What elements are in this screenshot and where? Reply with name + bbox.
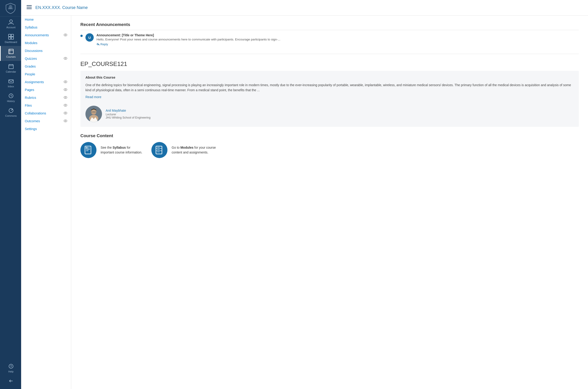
course-nav-pages[interactable]: Pages (21, 86, 71, 94)
collaborations-label: Collaborations (25, 111, 46, 115)
files-eye-icon[interactable] (64, 104, 67, 107)
syllabus-label: Syllabus (25, 26, 37, 29)
svg-line-19 (11, 109, 13, 110)
svg-point-4 (10, 20, 12, 23)
svg-rect-9 (9, 49, 13, 54)
home-label: Home (25, 18, 34, 21)
about-text: One of the defining topics for biomedica… (86, 82, 574, 93)
svg-rect-12 (9, 65, 13, 69)
instructor-role: Lecturer (106, 113, 151, 116)
about-card: About this Course One of the defining to… (80, 71, 579, 127)
global-nav-inbox[interactable]: Inbox (0, 76, 21, 90)
course-nav-collaborations[interactable]: Collaborations (21, 109, 71, 117)
settings-label: Settings (25, 127, 37, 131)
announcements-eye-icon[interactable] (64, 33, 67, 37)
unread-dot (80, 35, 83, 37)
outcomes-eye-icon[interactable] (64, 120, 67, 123)
svg-point-35 (65, 97, 66, 98)
quizzes-eye-icon[interactable] (64, 57, 67, 61)
instructor-row: Anil Maybhate Lecturer JHU Whiting Schoo… (86, 106, 574, 122)
global-nav-calendar[interactable]: Calendar (0, 61, 21, 76)
discussions-label: Discussions (25, 49, 42, 53)
course-nav-modules[interactable]: Modules (21, 39, 71, 47)
read-more-link[interactable]: Read more (86, 95, 101, 99)
people-label: People (25, 72, 35, 76)
svg-point-28 (64, 57, 67, 60)
hamburger-icon[interactable] (27, 5, 32, 10)
assignments-eye-icon[interactable] (64, 80, 67, 84)
account-icon (8, 19, 14, 25)
svg-point-36 (64, 104, 67, 106)
course-nav-discussions[interactable]: Discussions (21, 47, 71, 55)
instructor-name[interactable]: Anil Maybhate (106, 109, 151, 112)
svg-point-30 (64, 81, 67, 83)
dashboard-label: Dashboard (5, 41, 17, 44)
svg-point-26 (64, 34, 67, 36)
syllabus-card-icon[interactable] (80, 142, 96, 158)
rubrics-label: Rubrics (25, 96, 36, 99)
announcement-avatar: U (86, 33, 94, 42)
help-icon: ? (8, 363, 14, 369)
history-icon (8, 93, 14, 99)
commons-label: Commons (5, 114, 17, 117)
svg-rect-7 (8, 37, 11, 39)
global-nav-account[interactable]: Account (0, 17, 21, 31)
course-nav-files[interactable]: Files (21, 101, 71, 109)
announcements-label: Announcements (25, 33, 49, 37)
calendar-label: Calendar (6, 70, 16, 73)
course-nav-announcements[interactable]: Announcements (21, 31, 71, 39)
svg-text:?: ? (10, 365, 12, 368)
global-nav-courses[interactable]: Courses (0, 46, 21, 61)
svg-point-27 (65, 34, 66, 35)
collaborations-eye-icon[interactable] (64, 112, 67, 115)
course-nav-quizzes[interactable]: Quizzes (21, 55, 71, 63)
svg-point-32 (64, 89, 67, 91)
course-nav-people[interactable]: People (21, 70, 71, 78)
global-nav-commons[interactable]: Commons (0, 105, 21, 120)
course-nav-syllabus[interactable]: Syllabus (21, 23, 71, 31)
syllabus-card: See the Syllabus forimportant course inf… (80, 142, 142, 158)
global-nav-dashboard[interactable]: Dashboard (0, 31, 21, 46)
logo[interactable]: JHU (0, 0, 21, 17)
modules-card-text: Go to Modules for your coursecontent and… (172, 145, 216, 155)
syllabus-card-text: See the Syllabus forimportant course inf… (101, 145, 142, 155)
pages-label: Pages (25, 88, 34, 92)
rubrics-eye-icon[interactable] (64, 96, 67, 99)
course-content-cards: See the Syllabus forimportant course inf… (80, 142, 579, 158)
account-label: Account (6, 26, 16, 29)
about-card-title: About this Course (86, 75, 574, 79)
svg-rect-8 (11, 37, 14, 39)
svg-point-33 (65, 89, 66, 90)
announcement-item: U Announcement: [Title or Theme Here] He… (80, 30, 579, 49)
svg-point-40 (64, 120, 67, 122)
quizzes-label: Quizzes (25, 57, 37, 61)
svg-rect-5 (8, 34, 11, 36)
announcement-preview: Hello, Everyone! Post your news and cour… (96, 38, 303, 41)
svg-point-41 (65, 120, 66, 121)
reply-link[interactable]: Reply (96, 42, 579, 46)
global-nav-bottom: ? Help (0, 361, 21, 389)
svg-point-48 (92, 113, 96, 115)
main-content: Recent Announcements U Announcement: [Ti… (71, 16, 588, 389)
files-label: Files (25, 104, 32, 107)
course-nav-grades[interactable]: Grades (21, 63, 71, 70)
inbox-label: Inbox (8, 85, 14, 88)
course-nav-outcomes[interactable]: Outcomes (21, 117, 71, 125)
course-info-section: EP_COURSE121 About this Course One of th… (80, 61, 579, 127)
course-nav-home[interactable]: Home (21, 16, 71, 23)
global-nav-help[interactable]: ? Help (0, 361, 21, 375)
grades-label: Grades (25, 65, 36, 68)
global-nav-history[interactable]: History (0, 90, 21, 105)
svg-point-39 (65, 112, 66, 114)
modules-card-icon[interactable] (151, 142, 167, 158)
course-nav-rubrics[interactable]: Rubrics (21, 94, 71, 101)
course-nav-settings[interactable]: Settings (21, 125, 71, 133)
outcomes-label: Outcomes (25, 119, 40, 123)
help-label: Help (8, 370, 14, 373)
top-header: EN.XXX.XXX. Course Name (21, 0, 588, 16)
dashboard-icon (8, 33, 14, 40)
course-nav-assignments[interactable]: Assignments (21, 78, 71, 86)
global-nav-collapse[interactable] (0, 375, 21, 387)
announcement-body: Announcement: [Title or Theme Here] Hell… (96, 33, 579, 46)
pages-eye-icon[interactable] (64, 88, 67, 92)
